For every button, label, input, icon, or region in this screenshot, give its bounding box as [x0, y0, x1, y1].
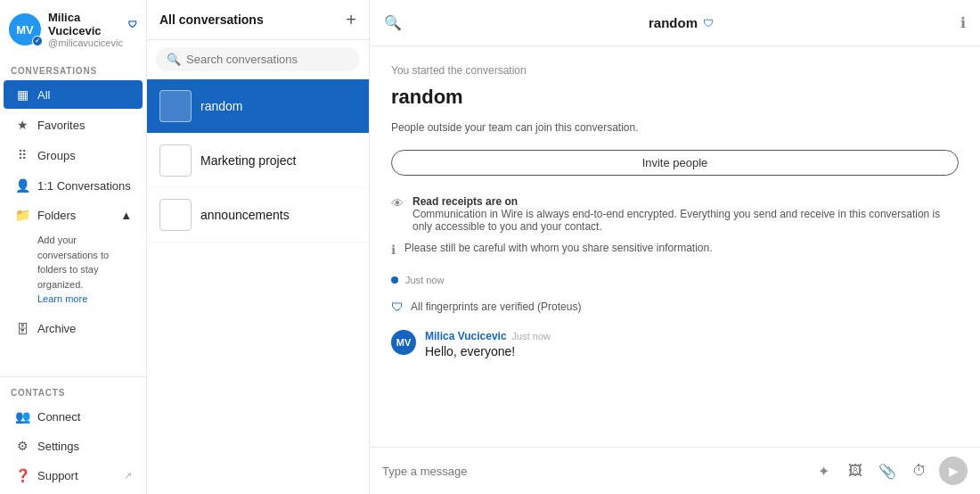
- sidebar-item-favorites[interactable]: ★ Favorites: [4, 111, 143, 139]
- message-input[interactable]: [382, 465, 802, 478]
- conv-item-marketing[interactable]: Marketing project: [147, 134, 369, 188]
- encryption-text: Communication in Wire is always end-to-e…: [412, 208, 959, 233]
- input-actions: ✦ 🖼 📎 ⏱ ▶: [811, 457, 968, 485]
- message-group: MV Milica Vucicevic Just now Hello, ever…: [391, 330, 959, 358]
- receipts-label: Read receipts are on: [412, 195, 959, 208]
- conv-name-marketing: Marketing project: [200, 153, 296, 168]
- conversations-section-label: CONVERSATIONS: [0, 59, 146, 79]
- receipts-row: 👁 Read receipts are on Communication in …: [391, 195, 959, 233]
- conversation-list: All conversations + 🔍 random Marketing p…: [147, 0, 370, 494]
- emoji-button[interactable]: ✦: [811, 458, 836, 483]
- chat-body: You started the conversation random Peop…: [370, 46, 980, 447]
- chevron-up-icon: ▲: [120, 209, 132, 222]
- chat-header: 🔍 random 🛡 ℹ: [370, 0, 980, 46]
- sidebar-item-one-on-one[interactable]: 👤 1:1 Conversations: [4, 171, 143, 200]
- sidebar-item-support[interactable]: ❓ Support ↗: [4, 461, 143, 490]
- contacts-section-label: CONTACTS: [0, 381, 146, 401]
- message-content: Milica Vucicevic Just now Hello, everyon…: [425, 330, 551, 358]
- conv-item-announcements[interactable]: announcements: [147, 188, 369, 243]
- user-info: Milica Vucicevic 🛡 @milicavucicevic: [48, 11, 137, 48]
- chat-title: random: [649, 15, 698, 30]
- sidebar-item-archive[interactable]: 🗄 Archive: [4, 315, 143, 343]
- chat-search-icon: 🔍: [384, 14, 402, 31]
- sidebar-item-groups[interactable]: ⠿ Groups: [4, 141, 143, 169]
- started-label: You started the conversation: [391, 64, 959, 77]
- conv-list-title: All conversations: [159, 12, 264, 27]
- folders-header[interactable]: 📁 Folders ▲: [4, 201, 143, 229]
- conv-avatar-marketing: [159, 144, 192, 177]
- sidebar-item-connect[interactable]: 👥 Connect: [4, 402, 143, 431]
- settings-icon: ⚙: [14, 439, 30, 453]
- one-on-one-icon: 👤: [14, 178, 30, 193]
- message-sender: Milica Vucicevic: [425, 330, 507, 342]
- user-name: Milica Vucicevic 🛡: [48, 11, 137, 37]
- connect-icon: 👥: [14, 409, 30, 424]
- image-button[interactable]: 🖼: [843, 458, 868, 483]
- conv-list-header: All conversations +: [147, 0, 369, 40]
- message-meta: Milica Vucicevic Just now: [425, 330, 551, 342]
- conv-avatar-random: [159, 90, 192, 122]
- sidebar: MV ✓ Milica Vucicevic 🛡 @milicavucicevic…: [0, 0, 147, 494]
- eye-icon: 👁: [391, 196, 404, 210]
- fingerprint-row: 🛡 All fingerprints are verified (Proteus…: [391, 300, 959, 314]
- conv-title-big: random: [391, 86, 959, 109]
- conv-name-random: random: [200, 99, 242, 113]
- conv-item-random[interactable]: random: [147, 79, 369, 134]
- favorites-icon: ★: [14, 118, 30, 132]
- chat-input-bar: ✦ 🖼 📎 ⏱ ▶: [370, 447, 980, 494]
- archive-icon: 🗄: [14, 322, 30, 336]
- timer-button[interactable]: ⏱: [907, 458, 932, 483]
- message-avatar: MV: [391, 330, 416, 355]
- conv-name-announcements: announcements: [200, 208, 290, 222]
- external-link-icon: ↗: [124, 470, 132, 482]
- sidebar-item-all[interactable]: ▦ All: [4, 80, 143, 109]
- time-divider: Just now: [391, 275, 959, 285]
- search-bar: 🔍: [147, 40, 369, 79]
- send-button[interactable]: ▶: [939, 457, 968, 485]
- attachment-button[interactable]: 📎: [875, 458, 900, 483]
- divider-dot: [391, 276, 398, 284]
- folders-description: Add your conversations to folders to sta…: [4, 229, 143, 314]
- message-text: Hello, everyone!: [425, 344, 551, 358]
- user-handle: @milicavucicevic: [48, 37, 137, 48]
- divider-time: Just now: [405, 275, 444, 285]
- info-icon: ℹ: [391, 243, 396, 257]
- chat-main: 🔍 random 🛡 ℹ You started the conversatio…: [370, 0, 980, 494]
- search-input[interactable]: [186, 53, 349, 66]
- all-icon: ▦: [14, 87, 30, 102]
- avatar: MV ✓: [9, 13, 41, 45]
- sidebar-item-settings[interactable]: ⚙ Settings: [4, 432, 143, 460]
- sidebar-bottom: CONTACTS 👥 Connect ⚙ Settings ❓ Support …: [0, 376, 146, 494]
- careful-text: Please still be careful with whom you sh…: [404, 242, 713, 254]
- join-notice: People outside your team can join this c…: [391, 121, 959, 134]
- add-conversation-button[interactable]: +: [346, 11, 356, 29]
- chat-info-button[interactable]: ℹ: [960, 14, 966, 31]
- support-icon: ❓: [14, 468, 30, 482]
- folders-icon: 📁: [14, 208, 30, 222]
- groups-icon: ⠿: [14, 148, 30, 162]
- folders-section: 📁 Folders ▲ Add your conversations to fo…: [0, 201, 146, 314]
- search-input-wrap: 🔍: [156, 47, 360, 71]
- fingerprints-text: All fingerprints are verified (Proteus): [411, 301, 581, 313]
- user-profile[interactable]: MV ✓ Milica Vucicevic 🛡 @milicavucicevic: [0, 0, 146, 59]
- verified-icon: 🛡: [128, 20, 137, 29]
- message-time: Just now: [512, 331, 551, 342]
- search-icon: 🔍: [167, 53, 181, 66]
- shield-icon: 🛡: [391, 300, 404, 314]
- chat-verified-badge-icon: 🛡: [703, 17, 714, 29]
- verified-badge-icon: ✓: [32, 36, 43, 46]
- careful-row: ℹ Please still be careful with whom you …: [391, 242, 959, 257]
- invite-people-button[interactable]: Invite people: [391, 150, 959, 176]
- learn-more-link[interactable]: Learn more: [37, 293, 87, 304]
- conv-avatar-announcements: [159, 199, 192, 231]
